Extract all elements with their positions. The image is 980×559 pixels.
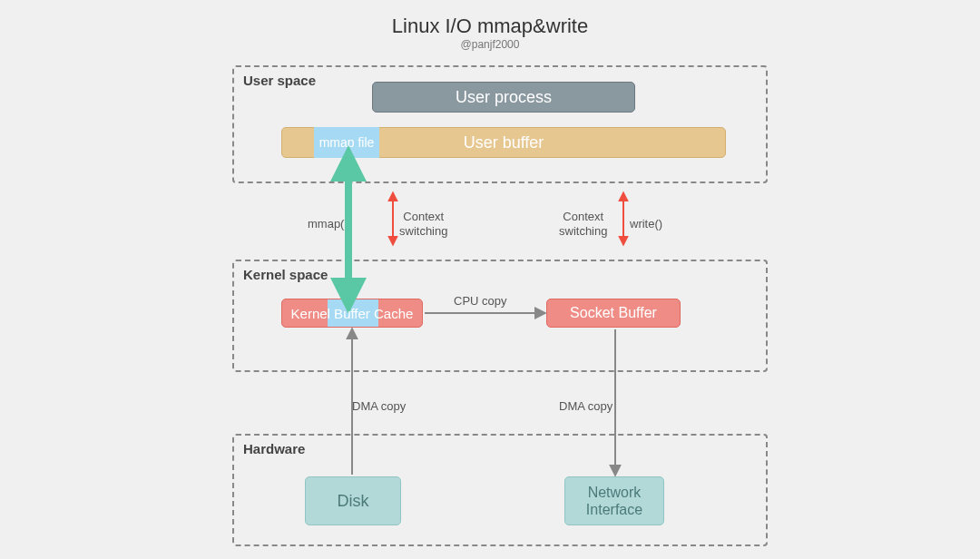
mmap-call-label: mmap()	[308, 217, 348, 231]
kbc-label: Kernel Buffer Cache	[291, 306, 414, 321]
write-call-label: write()	[630, 217, 662, 231]
dma-copy-1-label: DMA copy	[352, 399, 406, 414]
socket-buffer-box: Socket Buffer	[546, 299, 681, 328]
disk-box: Disk	[305, 476, 401, 525]
context-switch-2-label: Context switching	[559, 210, 607, 238]
context-switch-1-label: Context switching	[399, 210, 447, 238]
mmap-file-box: mmap file	[314, 127, 379, 158]
kernel-space-label: Kernel space	[243, 267, 328, 282]
network-interface-box: Network Interface	[564, 476, 664, 525]
nic-line2: Interface	[586, 501, 642, 518]
nic-line1: Network	[588, 484, 642, 501]
diagram-title: Linux I/O mmap&write	[0, 0, 980, 38]
cpu-copy-label: CPU copy	[454, 294, 507, 309]
diagram-subtitle: @panjf2000	[0, 38, 980, 51]
dma-copy-2-label: DMA copy	[559, 399, 612, 414]
user-buffer-label: User buffer	[464, 133, 544, 152]
user-space-label: User space	[243, 73, 316, 88]
hardware-label: Hardware	[243, 441, 305, 456]
kernel-buffer-cache-box: Kernel Buffer Cache	[281, 299, 423, 328]
user-process-box: User process	[372, 82, 635, 113]
